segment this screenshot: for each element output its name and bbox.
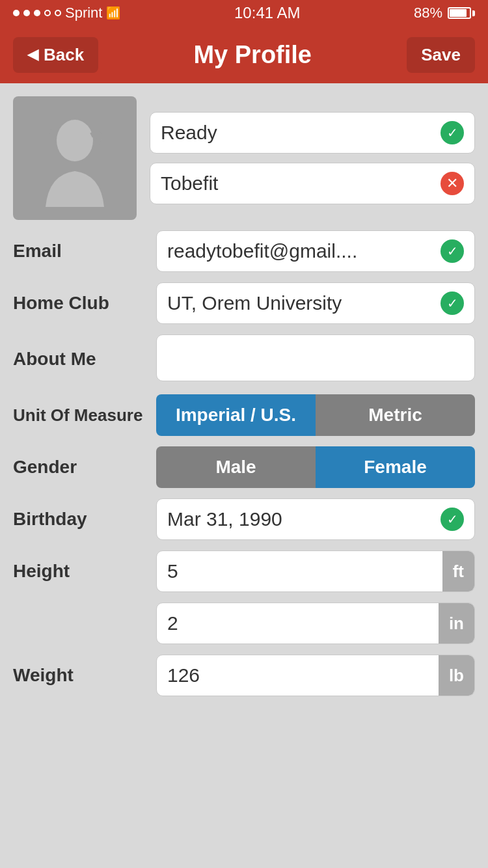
- first-name-input[interactable]: [161, 122, 441, 144]
- home-club-check-icon: ✓: [441, 292, 464, 315]
- height-row: Height ft: [13, 550, 475, 592]
- gender-field-wrapper: Male Female: [156, 446, 475, 488]
- signal-dot-4: [44, 10, 51, 16]
- email-row: Email ✓: [13, 230, 475, 272]
- weight-input[interactable]: [157, 664, 439, 686]
- home-club-input[interactable]: [167, 292, 441, 314]
- nav-bar: Back My Profile Save: [0, 26, 488, 83]
- last-name-field[interactable]: ✕: [150, 163, 475, 204]
- first-name-check-icon: ✓: [441, 121, 464, 144]
- carrier-label: Sprint: [65, 5, 102, 21]
- save-button[interactable]: Save: [407, 37, 475, 73]
- avatar[interactable]: [13, 96, 137, 220]
- avatar-image: [26, 109, 124, 207]
- signal-dot-1: [13, 10, 20, 16]
- about-me-row: About Me: [13, 334, 475, 384]
- home-club-row: Home Club ✓: [13, 282, 475, 324]
- battery-percentage: 88%: [414, 5, 442, 21]
- height-ft-wrapper: ft: [156, 550, 475, 592]
- gender-label: Gender: [13, 457, 156, 478]
- unit-label: Unit Of Measure: [13, 405, 156, 426]
- birthday-input-row[interactable]: ✓: [156, 498, 475, 540]
- signal-dot-2: [23, 10, 30, 16]
- birthday-input[interactable]: [167, 508, 441, 530]
- height-in-input[interactable]: [157, 612, 439, 634]
- battery-icon: [448, 7, 475, 19]
- height-in-row: in: [13, 603, 475, 644]
- last-name-input[interactable]: [161, 172, 441, 195]
- weight-field[interactable]: lb: [156, 655, 475, 696]
- weight-field-wrapper: lb: [156, 655, 475, 696]
- weight-row: Weight lb: [13, 655, 475, 696]
- status-bar: Sprint 📶 10:41 AM 88%: [0, 0, 488, 26]
- gender-segmented-control: Male Female: [156, 446, 475, 488]
- birthday-label: Birthday: [13, 509, 156, 530]
- email-field-wrapper: ✓: [156, 230, 475, 272]
- ft-unit-badge: ft: [442, 551, 474, 591]
- height-in-wrapper: in: [156, 603, 475, 644]
- back-button[interactable]: Back: [13, 37, 98, 73]
- first-name-field[interactable]: ✓: [150, 112, 475, 154]
- height-ft-input[interactable]: [157, 560, 442, 582]
- birthday-row: Birthday ✓: [13, 498, 475, 540]
- height-ft-field[interactable]: ft: [156, 550, 475, 592]
- page-title: My Profile: [193, 41, 312, 69]
- about-me-label: About Me: [13, 349, 156, 370]
- signal-dot-5: [55, 10, 61, 16]
- in-unit-badge: in: [439, 603, 474, 644]
- weight-label: Weight: [13, 665, 156, 686]
- email-input-row[interactable]: ✓: [156, 230, 475, 272]
- top-section: ✓ ✕: [13, 96, 475, 220]
- svg-point-0: [57, 120, 93, 161]
- signal-dot-3: [34, 10, 40, 16]
- email-label: Email: [13, 241, 156, 262]
- last-name-clear-icon[interactable]: ✕: [441, 172, 464, 195]
- time-display: 10:41 AM: [234, 4, 300, 22]
- metric-button[interactable]: Metric: [316, 394, 475, 436]
- email-input[interactable]: [167, 240, 441, 262]
- male-button[interactable]: Male: [156, 446, 316, 488]
- lb-unit-badge: lb: [439, 655, 474, 696]
- home-club-input-row[interactable]: ✓: [156, 282, 475, 324]
- email-check-icon: ✓: [441, 239, 464, 263]
- birthday-check-icon: ✓: [441, 508, 464, 531]
- height-label: Height: [13, 561, 156, 582]
- unit-segmented-control: Imperial / U.S. Metric: [156, 394, 475, 436]
- imperial-button[interactable]: Imperial / U.S.: [156, 394, 316, 436]
- birthday-field-wrapper: ✓: [156, 498, 475, 540]
- about-me-input[interactable]: [156, 334, 475, 381]
- unit-segmented-wrapper: Imperial / U.S. Metric: [156, 394, 475, 436]
- content-area: ✓ ✕ Email ✓ Home Club ✓ About Me: [0, 83, 488, 720]
- wifi-icon: 📶: [106, 6, 120, 20]
- name-fields: ✓ ✕: [150, 96, 475, 220]
- status-left: Sprint 📶: [13, 5, 120, 21]
- height-in-field[interactable]: in: [156, 603, 475, 644]
- gender-row: Gender Male Female: [13, 446, 475, 488]
- female-button[interactable]: Female: [316, 446, 475, 488]
- status-right: 88%: [414, 5, 475, 21]
- home-club-field-wrapper: ✓: [156, 282, 475, 324]
- unit-row: Unit Of Measure Imperial / U.S. Metric: [13, 394, 475, 436]
- home-club-label: Home Club: [13, 293, 156, 314]
- about-me-field-wrapper: [156, 334, 475, 384]
